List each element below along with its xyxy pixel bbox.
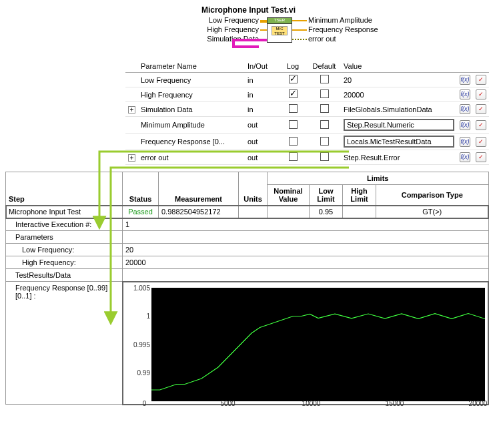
log-checkbox[interactable]: [289, 75, 298, 83]
hdr-meas: Measurement: [159, 172, 239, 206]
param-name: Simulation Data: [138, 102, 245, 117]
log-checkbox[interactable]: [289, 104, 298, 113]
param-io: in: [245, 87, 278, 102]
y-tick: 0.995: [133, 341, 150, 348]
param-value[interactable]: 20000: [341, 87, 457, 102]
check-button[interactable]: ✓: [476, 152, 486, 162]
log-checkbox[interactable]: [289, 120, 298, 129]
check-button[interactable]: ✓: [476, 75, 486, 85]
y-tick: 1.005: [133, 284, 150, 291]
hdr-log: Log: [278, 60, 308, 73]
param-io: in: [245, 73, 278, 87]
param-row: Low Frequencyin20f(x)✓: [125, 73, 489, 87]
y-tick: 1: [146, 312, 150, 320]
param-row: Frequency Response [0...outLocals.MicTes…: [125, 134, 489, 150]
param-io: in: [245, 102, 278, 117]
param-name: High Frequency: [138, 87, 245, 102]
param-row: +Simulation DatainFileGlobals.Simulation…: [125, 102, 489, 117]
param-row: High Frequencyin20000f(x)✓: [125, 87, 489, 102]
step-nom: [268, 206, 310, 218]
default-checkbox[interactable]: [320, 104, 329, 113]
hdr-low: Low Limit: [310, 185, 343, 206]
report-table: Step Status Measurement Units Limits Nom…: [5, 172, 489, 405]
x-tick: 5000: [220, 400, 235, 407]
param-value[interactable]: Step.Result.Numeric: [341, 117, 457, 134]
fx-button[interactable]: f(x): [460, 104, 470, 114]
connector-pane: Low Frequency High Frequency Simulation …: [5, 16, 492, 56]
step-low: 0.95: [310, 206, 343, 218]
x-tick: 15000: [386, 400, 404, 407]
hdr-status: Status: [123, 172, 159, 206]
param-name: Low Frequency: [138, 73, 245, 87]
fx-button[interactable]: f(x): [460, 152, 470, 162]
fx-button[interactable]: f(x): [460, 75, 470, 85]
conn-right-0: Minimum Amplitude: [308, 16, 372, 24]
hdr-inout: In/Out: [245, 60, 278, 73]
y-tick: 0.99: [137, 369, 150, 377]
x-tick: 0: [143, 400, 147, 407]
hdr-comp: Comparison Type: [376, 185, 489, 206]
param-value[interactable]: 20: [341, 73, 457, 87]
hdr-limits: Limits: [268, 172, 489, 185]
param-value[interactable]: Step.Result.Error: [341, 150, 457, 165]
report-value: 1: [123, 218, 489, 231]
param-value[interactable]: FileGlobals.SimulationData: [341, 102, 457, 117]
expand-icon[interactable]: +: [128, 154, 135, 162]
log-checkbox[interactable]: [289, 89, 298, 98]
param-name: error out: [138, 150, 245, 165]
param-table: Parameter Name In/Out Log Default Value …: [125, 60, 489, 165]
vi-icon-mid: MIC TEST: [272, 26, 288, 35]
report-value: 20000: [123, 256, 489, 269]
param-value[interactable]: Locals.MicTestResultData: [341, 134, 457, 150]
report-label: High Frequency:: [6, 256, 123, 269]
conn-left-0: Low Frequency: [172, 16, 259, 24]
check-button[interactable]: ✓: [476, 120, 486, 130]
x-tick: 10000: [302, 400, 321, 407]
report-row: High Frequency:20000: [6, 256, 489, 269]
step-status: Passed: [123, 206, 159, 218]
vi-icon: TSER MIC TEST: [267, 17, 292, 43]
fx-button[interactable]: f(x): [460, 120, 470, 130]
default-checkbox[interactable]: [320, 75, 329, 83]
fx-button[interactable]: f(x): [460, 137, 470, 147]
vi-title: Microphone Input Test.vi: [5, 5, 492, 15]
report-section: TestResults/Data: [6, 269, 123, 282]
vi-icon-top: TSER: [268, 18, 292, 24]
report-row: TestResults/Data: [6, 269, 489, 282]
hdr-units: Units: [239, 172, 268, 206]
report-row: Microphone Input TestPassed0.98825049521…: [6, 206, 489, 218]
step-units: [239, 206, 268, 218]
conn-right-1: Frequency Response: [308, 25, 378, 33]
hdr-nom: Nominal Value: [268, 185, 310, 206]
fx-button[interactable]: f(x): [460, 89, 470, 99]
step-comp: GT(>): [376, 206, 489, 218]
log-checkbox[interactable]: [289, 152, 298, 161]
hdr-value: Value: [341, 60, 457, 73]
param-name: Frequency Response [0...: [138, 134, 245, 150]
check-button[interactable]: ✓: [476, 104, 486, 114]
report-row: Frequency Response [0..99] [0..1] : 0.99…: [6, 282, 489, 405]
conn-left-1: High Frequency: [172, 25, 259, 33]
report-row: Interactive Execution #:1: [6, 218, 489, 231]
step-name: Microphone Input Test: [6, 206, 123, 218]
check-button[interactable]: ✓: [476, 89, 486, 99]
step-meas: 0.9882504952172: [159, 206, 239, 218]
expand-icon[interactable]: +: [128, 106, 135, 114]
param-row: Minimum AmplitudeoutStep.Result.Numericf…: [125, 117, 489, 134]
chart-plot: [151, 288, 485, 401]
param-name: Minimum Amplitude: [138, 117, 245, 134]
param-row: +error outoutStep.Result.Errorf(x)✓: [125, 150, 489, 165]
report-label: Interactive Execution #:: [6, 218, 123, 231]
report-row: Parameters: [6, 231, 489, 244]
check-button[interactable]: ✓: [476, 137, 486, 147]
hdr-default: Default: [308, 60, 341, 73]
step-high: [343, 206, 376, 218]
default-checkbox[interactable]: [320, 89, 329, 98]
default-checkbox[interactable]: [320, 137, 329, 146]
report-value: 20: [123, 244, 489, 256]
default-checkbox[interactable]: [320, 120, 329, 129]
log-checkbox[interactable]: [289, 137, 298, 146]
report-section: Parameters: [6, 231, 123, 244]
hdr-step: Step: [6, 172, 123, 206]
default-checkbox[interactable]: [320, 152, 329, 161]
